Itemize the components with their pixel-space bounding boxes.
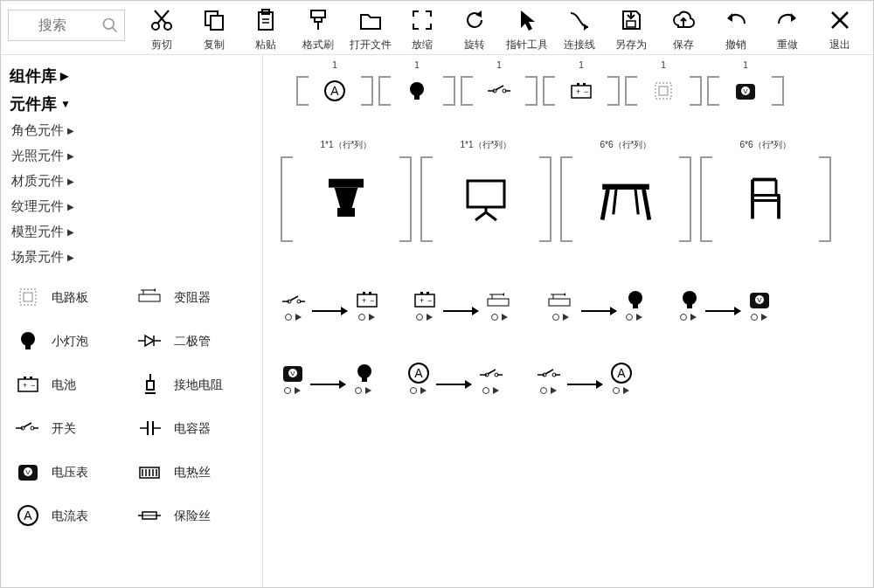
label: 光照元件 — [11, 148, 64, 164]
category-item[interactable]: 场景元件▶ — [10, 245, 253, 270]
tool-undo[interactable]: 撤销 — [711, 4, 760, 52]
canvas-connection[interactable] — [281, 287, 378, 321]
svg-line-60 — [157, 10, 169, 24]
category-item[interactable]: 模型元件▶ — [10, 219, 253, 245]
chevron-right-icon: ▶ — [67, 227, 74, 237]
category-item[interactable]: 角色元件▶ — [10, 118, 253, 143]
tool-cut[interactable]: 剪切 — [137, 4, 186, 52]
rotate-icon — [462, 4, 487, 36]
category-component-lib[interactable]: 组件库▶ — [10, 62, 253, 90]
label: 电压表 — [52, 465, 88, 481]
category-part-lib[interactable]: 元件库▼ — [10, 90, 253, 118]
index-label: 1 — [496, 60, 502, 70]
search-input[interactable] — [9, 11, 96, 39]
canvas-connection[interactable] — [536, 361, 632, 394]
canvas[interactable]: 1 1 1 1 1 1 1*1（行*列） 1*1（行*列） 6*6（行*列） 6… — [263, 55, 873, 587]
canvas-item-switch[interactable]: 1 — [461, 71, 538, 111]
label: 小灯泡 — [52, 334, 88, 349]
tool-save[interactable]: 保存 — [659, 4, 708, 52]
tool-label: 另存为 — [615, 38, 647, 52]
tool-exit[interactable]: 退出 — [815, 4, 864, 52]
svg-line-61 — [155, 10, 166, 24]
palette-bulb[interactable]: 小灯泡 — [10, 324, 132, 359]
category-item[interactable]: 材质元件▶ — [10, 169, 253, 194]
palette: 电路板 变阻器 小灯泡 二极管 电池 接地电阻 开关 电容器 电压表 电热丝 — [10, 280, 253, 534]
palette-ammeter[interactable]: 电流表 — [10, 499, 132, 534]
tool-label: 旋转 — [464, 38, 485, 52]
label: 纹理元件 — [11, 198, 64, 215]
search-icon[interactable] — [96, 11, 124, 39]
chevron-right-icon: ▶ — [67, 252, 74, 262]
chevron-right-icon: ▶ — [67, 126, 74, 135]
palette-ground-resistor[interactable]: 接地电阻 — [132, 368, 254, 403]
canvas-connection[interactable] — [677, 287, 770, 321]
palette-rheostat[interactable]: 变阻器 — [132, 280, 254, 315]
palette-capacitor[interactable]: 电容器 — [132, 412, 254, 446]
tool-label: 打开文件 — [350, 38, 392, 52]
capacitor-icon — [132, 412, 170, 446]
tool-zoom[interactable]: 放缩 — [399, 4, 447, 52]
svg-point-56 — [104, 19, 114, 30]
tool-format-painter[interactable]: 格式刷 — [294, 4, 343, 52]
brush-icon — [306, 4, 330, 36]
label: 元件库 — [10, 93, 57, 114]
palette-diode[interactable]: 二极管 — [132, 324, 254, 359]
palette-switch[interactable]: 开关 — [10, 412, 132, 446]
canvas-connection[interactable] — [546, 287, 644, 321]
label: 模型元件 — [11, 224, 64, 240]
canvas-item-bulb[interactable]: 1 — [378, 71, 455, 111]
fuse-icon — [132, 499, 170, 534]
palette-battery[interactable]: 电池 — [10, 368, 132, 403]
index-label: 1 — [743, 60, 748, 70]
tool-label: 格式刷 — [302, 38, 334, 52]
cursor-icon — [515, 4, 539, 36]
category-item[interactable]: 光照元件▶ — [10, 143, 253, 169]
label: 保险丝 — [174, 508, 211, 524]
label: 二极管 — [174, 334, 211, 349]
canvas-connection[interactable] — [406, 361, 503, 394]
canvas-item-desk[interactable]: 6*6（行*列） — [560, 151, 691, 247]
chevron-down-icon: ▼ — [60, 98, 71, 110]
tool-label: 指针工具 — [506, 38, 548, 52]
scissors-icon — [149, 4, 174, 36]
canvas-connection[interactable] — [281, 361, 373, 394]
palette-fuse[interactable]: 保险丝 — [132, 499, 254, 534]
tool-pointer[interactable]: 指针工具 — [503, 4, 551, 52]
tool-open[interactable]: 打开文件 — [346, 4, 395, 52]
tool-copy[interactable]: 复制 — [190, 4, 239, 52]
circuit-board-icon — [10, 280, 48, 315]
canvas-item-voltmeter[interactable]: 1 — [707, 71, 784, 111]
canvas-item-battery[interactable]: 1 — [543, 71, 620, 111]
canvas-item-ammeter[interactable]: 1 — [296, 71, 373, 111]
category-item[interactable]: 纹理元件▶ — [10, 194, 253, 219]
tool-label: 撤销 — [725, 38, 746, 52]
label: 开关 — [52, 421, 76, 437]
label: 组件库 — [10, 66, 57, 86]
canvas-item-chair[interactable]: 6*6（行*列） — [700, 151, 831, 247]
tool-connector[interactable]: 连接线 — [555, 4, 604, 52]
tool-label: 粘贴 — [255, 38, 276, 52]
canvas-item-whiteboard[interactable]: 1*1（行*列） — [420, 151, 551, 247]
tool-label: 放缩 — [412, 38, 433, 52]
tool-rotate[interactable]: 旋转 — [450, 4, 499, 52]
svg-rect-68 — [311, 10, 325, 17]
palette-heater[interactable]: 电热丝 — [132, 455, 254, 490]
folder-icon — [358, 4, 383, 36]
tool-saveas[interactable]: 另存为 — [607, 4, 656, 52]
saveas-icon — [619, 4, 643, 36]
svg-marker-73 — [584, 24, 588, 31]
index-label: 1 — [661, 60, 666, 70]
canvas-item-board[interactable]: 1 — [625, 71, 702, 111]
chevron-right-icon: ▶ — [67, 202, 74, 211]
rheostat-icon — [132, 280, 170, 315]
palette-voltmeter[interactable]: 电压表 — [10, 455, 132, 490]
canvas-item-podium[interactable]: 1*1（行*列） — [281, 151, 412, 247]
label: 电路板 — [52, 290, 88, 306]
palette-circuit-board[interactable]: 电路板 — [10, 280, 132, 315]
label: 变阻器 — [174, 290, 211, 306]
tool-paste[interactable]: 粘贴 — [241, 4, 290, 52]
tool-redo[interactable]: 重做 — [764, 4, 813, 52]
cloud-upload-icon — [671, 4, 696, 36]
tool-label: 复制 — [204, 38, 225, 52]
canvas-connection[interactable] — [412, 287, 513, 321]
